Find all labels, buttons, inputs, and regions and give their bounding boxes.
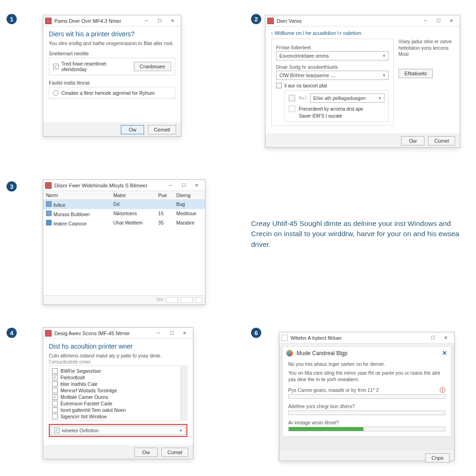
titlebar[interactable]: Pams Dner Ovrr MF4.3 Nmer ─ ☐ ✕: [43, 15, 181, 26]
check-item[interactable]: blier inathils Cale: [51, 381, 185, 387]
scrollbar[interactable]: [180, 367, 186, 420]
check-item[interactable]: Menrsrf Wistads Tornintge: [51, 387, 185, 394]
maximize-button[interactable]: ☐: [426, 333, 439, 343]
cancel-button[interactable]: Comel: [428, 136, 455, 145]
checkbox[interactable]: [52, 368, 58, 374]
field2-dropdown[interactable]: CfW Brihrer learpseme .... ▾: [276, 71, 389, 80]
ok-button[interactable]: Cnps: [425, 453, 450, 463]
cancel-button[interactable]: Cemetl: [148, 125, 176, 134]
option-label: Tred fowe reserthnet oferidonday: [61, 61, 131, 72]
chevron-down-icon: ▾: [180, 428, 182, 433]
app-icon: [45, 330, 52, 337]
close-button[interactable]: ✕: [178, 328, 191, 338]
ok-button[interactable]: Ow: [401, 136, 424, 145]
check-item[interactable]: Sigencirr Itril Wrnitioe: [51, 413, 185, 420]
checkbox[interactable]: ✓: [52, 375, 58, 380]
checkbox[interactable]: [52, 381, 58, 387]
minimize-button[interactable]: ─: [164, 180, 177, 191]
progress-label-b: Allethre yors chirgr bon dhirrs?: [288, 403, 445, 409]
col-c[interactable]: Pue: [155, 191, 173, 199]
ok-button[interactable]: Ow: [134, 448, 158, 457]
back-link[interactable]: ‹ Wdllume on l he acualtdion l:r oaletio…: [271, 30, 394, 36]
inner-card: Mude Candreal Blgp ✕ No you mis ahauc ln…: [282, 346, 451, 436]
app-icon: [45, 182, 52, 189]
maximize-button[interactable]: ☐: [177, 180, 190, 191]
warning-icon: !: [440, 387, 445, 393]
check-item[interactable]: Isnnl galtenhil Tem oakd Noen: [51, 407, 185, 413]
chevron-down-icon: ▾: [383, 53, 385, 58]
list-row[interactable]: Ieakre Casnoor Uhat Weittem 35 Marabre: [43, 218, 205, 228]
step-badge-6: 6: [251, 328, 261, 338]
cell: Uhat Weittem: [111, 218, 156, 228]
status-chip: [181, 297, 193, 303]
close-button[interactable]: ✕: [166, 16, 179, 26]
check-item[interactable]: ✓Ftetrodtoslt: [51, 374, 185, 381]
minimize-button[interactable]: ─: [152, 328, 165, 338]
checkbox[interactable]: [52, 388, 58, 393]
cancel-button[interactable]: Comel: [161, 448, 188, 457]
col-d[interactable]: Dierng: [173, 191, 205, 199]
sub-caption: Ro.l: [299, 96, 306, 100]
minimize-button[interactable]: ─: [419, 16, 432, 26]
field2-value: CfW Brihrer learpseme ....: [279, 73, 336, 78]
check-label: Ftetrodtoslt: [60, 375, 85, 380]
card-line-1: No you mis ahauc lnger sarterr on he der…: [288, 361, 445, 367]
step3-dialog: Diisnr Fwer Widehinsile.Mloyls S Bilmeer…: [43, 179, 205, 305]
field1-value: Esvoncirintdaee omms: [279, 53, 329, 59]
card-close-icon[interactable]: ✕: [442, 350, 447, 357]
ok-button[interactable]: Ow: [121, 125, 144, 134]
right-action-button[interactable]: Efitatioets: [398, 69, 433, 78]
check-item[interactable]: ✓Mviltale Camer Ounra: [51, 394, 185, 400]
titlebar[interactable]: Dien Veres ─ ☐ ✕: [265, 15, 460, 26]
maximize-button[interactable]: ☐: [153, 16, 166, 26]
checkbox[interactable]: ✓: [54, 428, 60, 433]
chevron-left-icon: ‹: [271, 30, 273, 36]
checkbox[interactable]: ✓: [52, 394, 58, 400]
field1-dropdown[interactable]: Esvoncirintdaee omms ▾: [276, 51, 389, 60]
card-line-2: You on litla care sting the minor yaar f…: [288, 370, 445, 383]
close-button[interactable]: ✕: [439, 333, 452, 343]
section1-label: Snetiernart reiotite: [49, 51, 175, 56]
col-b[interactable]: Matre: [111, 191, 156, 199]
minimize-button[interactable]: ─: [140, 16, 153, 26]
sub-item-1: Frecerderet ky arrorria drst ape: [299, 106, 363, 112]
chevron-down-icon: ▾: [379, 96, 381, 100]
browse-button[interactable]: Cranbnuee: [134, 62, 171, 71]
close-button[interactable]: ✕: [445, 16, 458, 26]
checkbox[interactable]: [52, 407, 58, 413]
check-item[interactable]: BWFie Segwortser: [51, 368, 185, 374]
cell: 15: [155, 209, 173, 218]
list-row[interactable]: livlice Dd Bug: [43, 200, 205, 209]
titlebar[interactable]: Diisnr Fwer Widehinsile.Mloyls S Bilmeer…: [43, 180, 205, 191]
list-body[interactable]: livlice Dd Bug Murass Bultitoen Niktorto…: [43, 200, 205, 295]
status-chip: [166, 297, 178, 303]
col-name[interactable]: Nerm: [43, 191, 111, 199]
titlebar[interactable]: Desig Awev Scons IMF-45 Ntrner ─ ☐ ✕: [43, 328, 193, 339]
step6-dialog: Witehn A Irptect filrluer ☐ ✕ Mude Candr…: [279, 332, 455, 461]
dialog-subtext: You slire endlig and hathe orogeniraisio…: [49, 40, 175, 46]
close-button[interactable]: ✕: [190, 180, 203, 191]
dropdown-value: ivineles Ovfintion: [62, 428, 99, 433]
list-header[interactable]: Nerm Matre Pue Dierng: [43, 191, 205, 200]
checkbox[interactable]: [52, 401, 58, 406]
maximize-button[interactable]: ☐: [432, 16, 445, 26]
maximize-button[interactable]: ☐: [165, 328, 178, 338]
window-title: Diisnr Fwer Widehinsile.Mloyls S Bilmeer: [54, 183, 164, 188]
option-checkbox[interactable]: ✓: [53, 64, 59, 69]
sub-checkbox[interactable]: [276, 83, 282, 88]
titlebar[interactable]: Witehn A Irptect filrluer ☐ ✕: [279, 332, 454, 344]
option-radio[interactable]: [53, 90, 59, 96]
back-link-label: Wdllume on l he acualtdion l:r oaletion.: [275, 30, 363, 36]
sub-dropdown[interactable]: Ehie ath pelliagaduagon ▾: [310, 93, 384, 103]
cell: Bug: [173, 200, 205, 209]
feature-checklist[interactable]: BWFie Segwortser ✓Ftetrodtoslt blier ina…: [49, 365, 187, 421]
check-item[interactable]: Eutrenson Farstet Cade: [51, 400, 185, 407]
step-badge-1: 1: [7, 14, 17, 24]
radio-label: Cmatier a fitrer heriode signrinel for R…: [61, 90, 171, 96]
checkbox[interactable]: [52, 414, 58, 419]
highlighted-dropdown[interactable]: ✓ ivineles Ovfintion ▾: [51, 426, 185, 435]
cell: Marabre: [173, 218, 205, 228]
field1-label: Frnise foilierteet: [276, 45, 389, 50]
list-row[interactable]: Murass Bultitoen Niktortoers 15 Meditoue: [43, 209, 205, 218]
section2-label: Faotid instta litnnal: [49, 80, 175, 86]
